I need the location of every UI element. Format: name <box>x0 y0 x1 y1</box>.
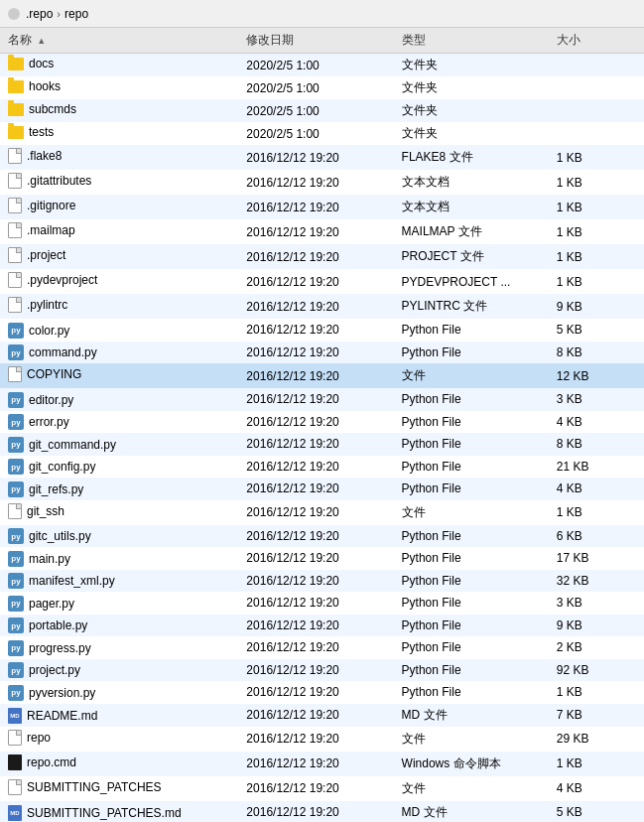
md-icon: MD <box>8 708 22 724</box>
table-row[interactable]: py progress.py 2016/12/12 19:20 Python F… <box>0 636 644 659</box>
file-name-cell[interactable]: .gitattributes <box>0 170 238 195</box>
table-row[interactable]: .mailmap 2016/12/12 19:20 MAILMAP 文件 1 K… <box>0 219 644 244</box>
table-row[interactable]: py color.py 2016/12/12 19:20 Python File… <box>0 319 644 342</box>
col-size[interactable]: 大小 <box>549 28 644 54</box>
file-size-cell: 4 KB <box>549 478 644 500</box>
table-row[interactable]: py editor.py 2016/12/12 19:20 Python Fil… <box>0 388 644 411</box>
file-name-cell[interactable]: py project.py <box>0 659 238 682</box>
file-name-cell[interactable]: tests <box>0 122 238 145</box>
file-name-with-icon: py color.py <box>8 323 69 339</box>
file-icon <box>8 247 22 263</box>
table-row[interactable]: py project.py 2016/12/12 19:20 Python Fi… <box>0 659 644 682</box>
file-name-cell[interactable]: repo.cmd <box>0 752 238 776</box>
file-name-cell[interactable]: py command.py <box>0 342 238 364</box>
table-row[interactable]: SUBMITTING_PATCHES 2016/12/12 19:20 文件 4… <box>0 776 644 801</box>
table-row[interactable]: py main.py 2016/12/12 19:20 Python File … <box>0 547 644 570</box>
file-name-cell[interactable]: py pyversion.py <box>0 681 238 704</box>
file-name-cell[interactable]: py git_command.py <box>0 433 238 456</box>
file-name-cell[interactable]: subcmds <box>0 99 238 122</box>
file-name-cell[interactable]: MD README.md <box>0 704 238 727</box>
table-row[interactable]: docs 2020/2/5 1:00 文件夹 <box>0 54 644 77</box>
table-row[interactable]: .flake8 2016/12/12 19:20 FLAKE8 文件 1 KB <box>0 145 644 170</box>
file-modified-cell: 2016/12/12 19:20 <box>238 570 393 593</box>
table-row[interactable]: git_ssh 2016/12/12 19:20 文件 1 KB <box>0 500 644 525</box>
table-row[interactable]: py manifest_xml.py 2016/12/12 19:20 Pyth… <box>0 570 644 593</box>
table-row[interactable]: .gitignore 2016/12/12 19:20 文本文档 1 KB <box>0 195 644 219</box>
file-name-cell[interactable]: docs <box>0 54 238 77</box>
breadcrumb-repo[interactable]: .repo <box>26 7 53 21</box>
file-name-with-icon: .gitignore <box>8 198 75 213</box>
file-name-with-icon: py gitc_utils.py <box>8 528 91 544</box>
file-name-cell[interactable]: git_ssh <box>0 500 238 525</box>
table-row[interactable]: repo 2016/12/12 19:20 文件 29 KB <box>0 727 644 752</box>
file-name-label: docs <box>29 57 54 70</box>
file-name-cell[interactable]: py progress.py <box>0 636 238 659</box>
table-row[interactable]: MD README.md 2016/12/12 19:20 MD 文件 7 KB <box>0 704 644 727</box>
table-row[interactable]: tests 2020/2/5 1:00 文件夹 <box>0 122 644 145</box>
col-type[interactable]: 类型 <box>394 28 549 54</box>
python-icon: py <box>8 640 24 656</box>
breadcrumb-repo2[interactable]: repo <box>64 7 88 21</box>
file-name-cell[interactable]: py gitc_utils.py <box>0 525 238 548</box>
file-name-cell[interactable]: py color.py <box>0 319 238 342</box>
file-name-label: .pydevproject <box>27 273 97 287</box>
file-name-cell[interactable]: py portable.py <box>0 615 238 637</box>
table-row[interactable]: MD SUBMITTING_PATCHES.md 2016/12/12 19:2… <box>0 801 644 823</box>
file-name-cell[interactable]: py pager.py <box>0 592 238 615</box>
table-row[interactable]: py pager.py 2016/12/12 19:20 Python File… <box>0 592 644 615</box>
file-modified-cell: 2016/12/12 19:20 <box>238 195 393 219</box>
file-modified-cell: 2016/12/12 19:20 <box>238 388 393 411</box>
table-row[interactable]: repo.cmd 2016/12/12 19:20 Windows 命令脚本 1… <box>0 752 644 776</box>
file-size-cell: 5 KB <box>549 801 644 823</box>
file-name-cell[interactable]: py git_refs.py <box>0 478 238 500</box>
file-name-cell[interactable]: py editor.py <box>0 388 238 411</box>
python-icon: py <box>8 617 24 633</box>
table-row[interactable]: py git_refs.py 2016/12/12 19:20 Python F… <box>0 478 644 500</box>
file-name-with-icon: .mailmap <box>8 222 75 238</box>
file-name-with-icon: py pager.py <box>8 596 74 612</box>
file-name-cell[interactable]: py manifest_xml.py <box>0 570 238 593</box>
file-type-cell: 文件夹 <box>394 54 549 77</box>
table-row[interactable]: py error.py 2016/12/12 19:20 Python File… <box>0 411 644 434</box>
file-name-cell[interactable]: .mailmap <box>0 219 238 244</box>
titlebar: .repo › repo <box>0 0 644 28</box>
table-row[interactable]: py git_command.py 2016/12/12 19:20 Pytho… <box>0 433 644 456</box>
file-name-cell[interactable]: py git_config.py <box>0 456 238 479</box>
table-row[interactable]: COPYING 2016/12/12 19:20 文件 12 KB <box>0 363 644 388</box>
file-name-cell[interactable]: .gitignore <box>0 195 238 219</box>
file-name-cell[interactable]: repo <box>0 727 238 752</box>
file-name-label: manifest_xml.py <box>29 574 115 588</box>
table-row[interactable]: .gitattributes 2016/12/12 19:20 文本文档 1 K… <box>0 170 644 195</box>
table-row[interactable]: py pyversion.py 2016/12/12 19:20 Python … <box>0 681 644 704</box>
table-row[interactable]: hooks 2020/2/5 1:00 文件夹 <box>0 76 644 99</box>
file-name-cell[interactable]: hooks <box>0 76 238 99</box>
file-size-cell: 17 KB <box>549 547 644 570</box>
table-row[interactable]: py git_config.py 2016/12/12 19:20 Python… <box>0 456 644 479</box>
file-name-with-icon: subcmds <box>8 102 76 116</box>
file-name-cell[interactable]: .pylintrc <box>0 294 238 319</box>
titlebar-btn-1 <box>8 8 20 20</box>
table-row[interactable]: subcmds 2020/2/5 1:00 文件夹 <box>0 99 644 122</box>
table-row[interactable]: .pydevproject 2016/12/12 19:20 PYDEVPROJ… <box>0 269 644 294</box>
col-modified[interactable]: 修改日期 <box>238 28 393 54</box>
file-name-cell[interactable]: py error.py <box>0 411 238 434</box>
col-name[interactable]: 名称 ▲ <box>0 28 238 54</box>
file-name-with-icon: SUBMITTING_PATCHES <box>8 779 162 795</box>
file-size-cell <box>549 99 644 122</box>
file-name-cell[interactable]: SUBMITTING_PATCHES <box>0 776 238 801</box>
table-row[interactable]: py gitc_utils.py 2016/12/12 19:20 Python… <box>0 525 644 548</box>
table-row[interactable]: .project 2016/12/12 19:20 PROJECT 文件 1 K… <box>0 244 644 269</box>
file-name-label: COPYING <box>27 367 81 381</box>
file-name-label: main.py <box>29 552 70 566</box>
file-name-cell[interactable]: .flake8 <box>0 145 238 170</box>
file-name-cell[interactable]: .project <box>0 244 238 269</box>
file-modified-cell: 2020/2/5 1:00 <box>238 76 393 99</box>
file-name-cell[interactable]: COPYING <box>0 363 238 388</box>
file-name-with-icon: py git_command.py <box>8 437 116 453</box>
table-row[interactable]: .pylintrc 2016/12/12 19:20 PYLINTRC 文件 9… <box>0 294 644 319</box>
file-name-cell[interactable]: MD SUBMITTING_PATCHES.md <box>0 801 238 823</box>
table-row[interactable]: py command.py 2016/12/12 19:20 Python Fi… <box>0 342 644 364</box>
table-row[interactable]: py portable.py 2016/12/12 19:20 Python F… <box>0 615 644 637</box>
file-name-cell[interactable]: py main.py <box>0 547 238 570</box>
file-name-cell[interactable]: .pydevproject <box>0 269 238 294</box>
